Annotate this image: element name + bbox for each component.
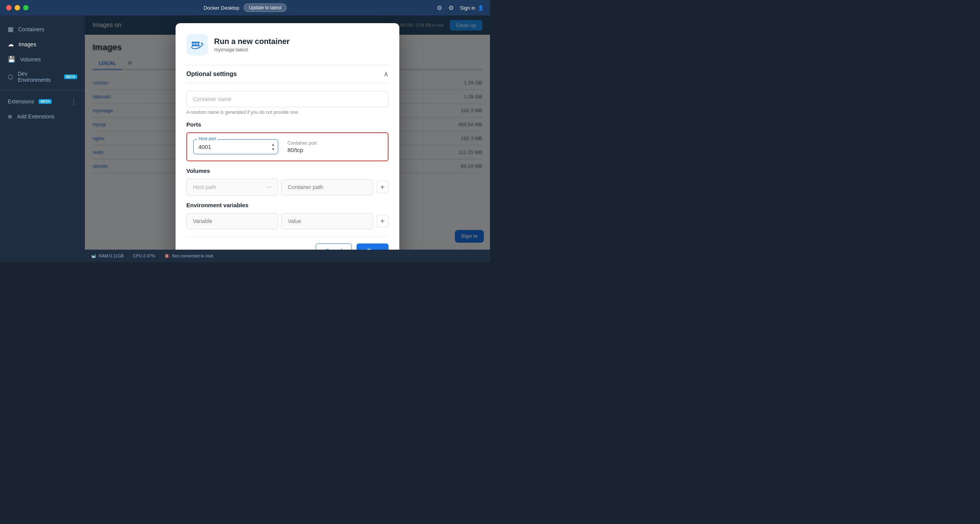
optional-settings-header[interactable]: Optional settings ∧ <box>186 65 389 83</box>
svg-rect-2 <box>197 42 199 44</box>
maximize-button[interactable] <box>23 5 29 10</box>
browse-icon[interactable]: ··· <box>267 184 272 191</box>
user-icon: 👤 <box>478 5 484 11</box>
whale-icon: 🐋 <box>91 254 96 259</box>
signin-button[interactable]: Sign in 👤 <box>460 5 484 11</box>
env-section-title: Environment variables <box>186 202 389 208</box>
minimize-button[interactable] <box>15 5 20 10</box>
containers-icon: ▦ <box>8 25 14 33</box>
container-name-group: A random name is generated if you do not… <box>186 91 389 115</box>
container-path-input[interactable] <box>281 179 373 195</box>
images-icon: ☁ <box>8 41 14 48</box>
container-name-hint: A random name is generated if you do not… <box>186 110 389 115</box>
container-port-label: Container port <box>287 140 317 146</box>
value-input[interactable] <box>281 213 373 229</box>
cpu-status: CPU 2.47% <box>133 254 155 258</box>
ports-box: Host port ▲ ▼ Container port 80/tcp <box>186 132 389 161</box>
chevron-up-icon: ∧ <box>384 70 389 78</box>
gear-icon[interactable]: ⚙ <box>448 4 454 12</box>
sidebar-item-extensions[interactable]: Extensions BETA ⋮ <box>0 93 85 110</box>
variable-input[interactable] <box>186 213 278 229</box>
add-env-button[interactable]: + <box>376 215 389 227</box>
sidebar-divider <box>0 90 85 90</box>
update-button[interactable]: Update to latest <box>244 3 286 12</box>
container-name-input[interactable] <box>186 91 389 107</box>
app-title: Docker Desktop <box>204 5 239 11</box>
sidebar-item-volumes[interactable]: 💾 Volumes <box>0 52 85 67</box>
port-decrement-button[interactable]: ▼ <box>271 147 275 151</box>
dev-env-beta-badge: BETA <box>64 74 77 79</box>
titlebar-center: Docker Desktop Update to latest <box>204 3 287 12</box>
volume-row: Host path ··· + <box>186 179 389 196</box>
svg-point-6 <box>201 42 203 44</box>
titlebar-right: ⚙ ⚙ Sign in 👤 <box>437 4 484 12</box>
optional-settings-title: Optional settings <box>186 71 237 78</box>
docker-icon-container <box>186 34 208 56</box>
main-content: Images on size 2.09 GB / 2.59 GB in use … <box>85 15 490 262</box>
modal-title: Run a new container <box>214 37 290 46</box>
svg-rect-1 <box>194 42 197 44</box>
svg-rect-5 <box>192 44 194 46</box>
host-port-input[interactable] <box>193 139 278 154</box>
hub-status: 🔇 Not connected to Hub <box>164 254 213 259</box>
statusbar: 🐋 RAM 0.11GB CPU 2.47% 🔇 Not connected t… <box>85 250 490 262</box>
run-container-modal: Run a new container myimage:latest Optio… <box>176 23 399 262</box>
docker-icon <box>190 38 204 52</box>
modal-overlay: Run a new container myimage:latest Optio… <box>85 15 490 262</box>
volumes-section-title: Volumes <box>186 167 389 174</box>
host-port-group: Host port ▲ ▼ <box>193 139 278 154</box>
dev-env-icon: ⬡ <box>8 73 13 81</box>
svg-rect-4 <box>197 44 199 46</box>
sidebar-item-images[interactable]: ☁ Images <box>0 37 85 52</box>
extensions-more-icon[interactable]: ⋮ <box>70 97 77 106</box>
volumes-section: Volumes Host path ··· + <box>186 167 389 196</box>
host-path-text: Host path <box>193 184 216 190</box>
sidebar-item-add-extensions[interactable]: ⊕ Add Extensions <box>0 110 85 123</box>
ram-status: 🐋 RAM 0.11GB <box>91 254 124 259</box>
sidebar-item-containers[interactable]: ▦ Containers <box>0 22 85 37</box>
modal-header: Run a new container myimage:latest <box>186 34 389 56</box>
extensions-beta-badge: BETA <box>39 99 52 104</box>
host-path-container: Host path ··· <box>186 179 278 196</box>
container-port-value: 80/tcp <box>287 147 317 153</box>
modal-title-group: Run a new container myimage:latest <box>214 37 290 52</box>
close-button[interactable] <box>6 5 12 10</box>
titlebar: Docker Desktop Update to latest ⚙ ⚙ Sign… <box>0 0 490 15</box>
port-increment-button[interactable]: ▲ <box>271 143 275 147</box>
add-volume-button[interactable]: + <box>376 181 389 193</box>
svg-rect-0 <box>192 42 194 44</box>
env-row: + <box>186 213 389 229</box>
volumes-icon: 💾 <box>8 56 15 63</box>
modal-subtitle: myimage:latest <box>214 47 290 52</box>
svg-rect-3 <box>194 44 197 46</box>
sidebar: ▦ Containers ☁ Images 💾 Volumes ⬡ Dev En… <box>0 15 85 262</box>
add-icon: ⊕ <box>8 113 12 120</box>
ports-row: Host port ▲ ▼ Container port 80/tcp <box>193 139 382 154</box>
container-port-group: Container port 80/tcp <box>287 140 317 153</box>
env-section: Environment variables + <box>186 202 389 229</box>
port-stepper: ▲ ▼ <box>271 143 275 151</box>
host-port-label: Host port <box>197 136 218 141</box>
ports-section-title: Ports <box>186 121 389 128</box>
app-layout: ▦ Containers ☁ Images 💾 Volumes ⬡ Dev En… <box>0 15 490 262</box>
settings-icon[interactable]: ⚙ <box>437 4 442 12</box>
sidebar-item-dev-environments[interactable]: ⬡ Dev Environments BETA <box>0 67 85 87</box>
traffic-lights <box>6 5 29 10</box>
no-hub-icon: 🔇 <box>164 254 170 259</box>
